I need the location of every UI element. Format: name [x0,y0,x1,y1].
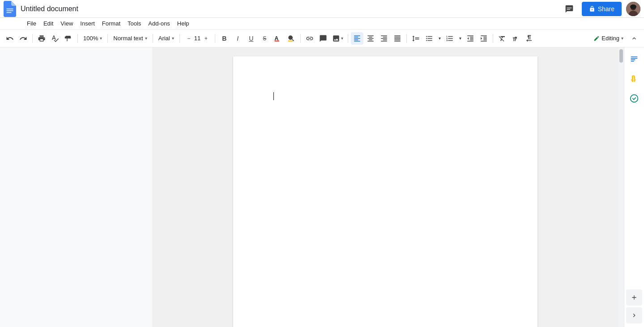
svg-rect-5 [275,40,280,41]
svg-rect-7 [631,56,638,57]
menu-insert[interactable]: Insert [77,19,98,28]
insert-link-button[interactable] [303,32,316,45]
paragraph-style-button[interactable] [509,32,522,45]
docs-logo-icon [4,1,16,17]
editing-mode-selector[interactable]: Editing ▾ [590,34,627,42]
line-spacing-icon [412,34,420,42]
print-button[interactable] [35,32,48,45]
font-selector[interactable]: Arial ▾ [156,32,177,45]
spellcheck-button[interactable] [49,32,61,45]
redo-button[interactable] [17,32,30,45]
undo-icon [6,34,14,42]
document-canvas[interactable] [152,47,618,327]
text-cursor [273,92,274,100]
italic-button[interactable]: I [231,32,244,45]
share-button[interactable]: Share [582,2,622,16]
title-bar: Untitled document Share [0,0,644,18]
separator-3 [107,34,108,43]
menu-file[interactable]: File [23,19,40,28]
increase-indent-icon [480,34,488,42]
menu-help[interactable]: Help [174,19,193,28]
strikethrough-button[interactable]: S [258,32,271,45]
menu-format[interactable]: Format [98,19,124,28]
print-icon [38,34,46,42]
svg-rect-6 [288,40,293,41]
title-bar-right: Share [561,1,640,17]
toolbar-expand-button[interactable] [628,32,640,45]
numbered-chevron: ▾ [459,36,461,41]
editing-label: Editing [601,35,619,42]
avatar-image [626,2,640,16]
text-color-icon: A [274,34,282,42]
add-shortcut-button[interactable] [626,289,642,306]
undo-button[interactable] [4,32,16,45]
zoom-value: 100% [83,35,98,42]
align-center-icon [367,34,375,42]
numbered-list-icon [446,34,454,42]
table-of-contents-button[interactable] [626,51,642,67]
expand-panel-button[interactable] [626,307,642,323]
justify-button[interactable] [391,32,404,45]
numbered-list-options[interactable]: ▾ [457,32,463,45]
zoom-selector[interactable]: 100% ▾ [81,32,105,45]
document-page[interactable] [233,56,537,327]
avatar[interactable] [626,2,640,16]
tasks-button[interactable] [626,90,642,106]
keep-notes-button[interactable] [626,71,642,87]
insert-image-button[interactable]: ▾ [330,32,345,45]
align-right-icon [380,34,388,42]
svg-rect-10 [631,61,635,62]
rtl-button[interactable] [523,32,535,45]
svg-point-11 [631,95,638,102]
highlight-color-button[interactable] [285,32,298,45]
menu-bar: File Edit View Insert Format Tools Add-o… [0,18,644,30]
decrease-indent-icon [466,34,474,42]
spellcheck-icon [51,34,59,42]
svg-point-3 [630,4,636,9]
line-spacing-button[interactable] [409,32,422,45]
align-right-button[interactable] [378,32,390,45]
content-area [0,47,644,327]
svg-rect-8 [631,58,638,59]
menu-edit[interactable]: Edit [40,19,57,28]
lock-icon [589,6,595,12]
align-center-button[interactable] [364,32,377,45]
text-style-selector[interactable]: Normal text ▾ [111,32,149,45]
vertical-scrollbar[interactable] [618,47,624,327]
right-sidebar [624,47,644,327]
menu-addons[interactable]: Add-ons [145,19,173,28]
align-left-button[interactable] [351,32,363,45]
clear-formatting-button[interactable] [496,32,508,45]
font-size-increase[interactable]: + [202,32,209,45]
document-title[interactable]: Untitled document [21,4,561,13]
bold-button[interactable]: B [218,32,230,45]
redo-icon [19,34,27,42]
paint-format-button[interactable] [62,32,75,45]
separator-1 [32,34,33,43]
decrease-indent-button[interactable] [464,32,477,45]
font-size-decrease[interactable]: − [185,32,192,45]
text-color-button[interactable]: A [272,32,284,45]
menu-tools[interactable]: Tools [124,19,145,28]
separator-8 [348,34,348,43]
toolbar: 100% ▾ Normal text ▾ Arial ▾ − 11 + B I … [0,30,644,47]
bullet-list-button[interactable] [423,32,435,45]
share-label: Share [598,5,614,13]
scrollbar-thumb[interactable] [619,49,623,63]
comments-button[interactable] [561,1,577,17]
style-chevron: ▾ [145,36,147,41]
right-panel-bottom [626,289,642,327]
bullet-chevron: ▾ [439,36,441,41]
separator-4 [153,34,153,43]
svg-rect-9 [631,59,635,60]
image-icon [332,34,340,42]
tasks-icon [630,94,639,103]
underline-button[interactable]: U [245,32,257,45]
insert-comment-button[interactable] [317,32,329,45]
numbered-list-button[interactable] [444,32,456,45]
menu-view[interactable]: View [57,19,77,28]
bullet-list-options[interactable]: ▾ [436,32,443,45]
left-margin-panel [0,47,152,327]
font-size-selector[interactable]: − 11 + [183,32,212,45]
increase-indent-button[interactable] [478,32,490,45]
